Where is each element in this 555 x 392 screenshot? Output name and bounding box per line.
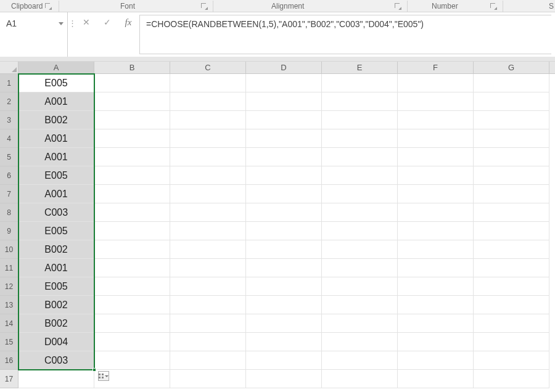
cell[interactable] <box>474 240 549 259</box>
cell[interactable] <box>246 185 322 203</box>
cell[interactable] <box>474 166 549 185</box>
row-head[interactable]: 3 <box>0 111 18 129</box>
cell[interactable] <box>94 296 170 314</box>
cell[interactable] <box>18 370 94 388</box>
cell[interactable] <box>398 185 474 203</box>
row-head[interactable]: 7 <box>0 185 18 203</box>
cell[interactable] <box>322 240 398 259</box>
cell[interactable] <box>246 166 322 185</box>
cell[interactable] <box>170 240 246 259</box>
cell[interactable] <box>246 370 322 388</box>
cell[interactable] <box>322 74 398 92</box>
cell[interactable] <box>322 203 398 222</box>
cell[interactable] <box>246 74 322 92</box>
cell[interactable]: B002 <box>18 314 94 333</box>
cell[interactable] <box>94 203 170 222</box>
cell[interactable] <box>322 129 398 148</box>
col-head-G[interactable]: G <box>474 62 549 73</box>
cell[interactable] <box>170 222 246 240</box>
cell[interactable] <box>170 166 246 185</box>
cell[interactable] <box>474 370 549 388</box>
cell[interactable] <box>322 296 398 314</box>
cell[interactable] <box>94 277 170 296</box>
col-head-E[interactable]: E <box>322 62 398 73</box>
cell[interactable] <box>246 351 322 370</box>
cell[interactable] <box>474 111 549 129</box>
cell[interactable] <box>398 240 474 259</box>
cell[interactable] <box>398 333 474 351</box>
row-head[interactable]: 16 <box>0 351 18 370</box>
cell[interactable] <box>170 74 246 92</box>
col-head-D[interactable]: D <box>246 62 322 73</box>
cell[interactable] <box>94 333 170 351</box>
cell[interactable] <box>474 351 549 370</box>
cell[interactable] <box>170 92 246 111</box>
row-head[interactable]: 9 <box>0 222 18 240</box>
row-head[interactable]: 15 <box>0 333 18 351</box>
cell[interactable] <box>246 222 322 240</box>
cell[interactable] <box>322 277 398 296</box>
cell[interactable] <box>322 148 398 166</box>
cell[interactable] <box>474 259 549 277</box>
cell[interactable] <box>322 259 398 277</box>
cell[interactable] <box>322 92 398 111</box>
cell[interactable] <box>398 351 474 370</box>
cell[interactable]: A001 <box>18 185 94 203</box>
cell[interactable] <box>246 259 322 277</box>
cell[interactable] <box>246 296 322 314</box>
dialog-launcher-icon[interactable] <box>490 3 496 9</box>
cell[interactable] <box>94 222 170 240</box>
cell[interactable] <box>322 351 398 370</box>
row-head[interactable]: 11 <box>0 259 18 277</box>
cell[interactable]: E005 <box>18 277 94 296</box>
cell[interactable] <box>94 185 170 203</box>
cell[interactable]: E005 <box>18 74 94 92</box>
col-head-B[interactable]: B <box>94 62 170 73</box>
cell[interactable] <box>474 203 549 222</box>
cell[interactable] <box>322 166 398 185</box>
row-head[interactable]: 10 <box>0 240 18 259</box>
cell[interactable] <box>246 277 322 296</box>
dropdown-icon[interactable] <box>59 22 64 25</box>
cell[interactable] <box>170 148 246 166</box>
cell[interactable] <box>398 222 474 240</box>
cell[interactable] <box>246 240 322 259</box>
cell[interactable] <box>246 203 322 222</box>
row-head[interactable]: 12 <box>0 277 18 296</box>
cell[interactable] <box>94 351 170 370</box>
fx-icon[interactable]: fx <box>123 17 133 27</box>
spreadsheet-grid[interactable]: A B C D E F G 1E0052A0013B0024A0015A0016… <box>0 62 555 388</box>
row-head[interactable]: 14 <box>0 314 18 333</box>
cell[interactable] <box>246 333 322 351</box>
cell[interactable] <box>170 203 246 222</box>
cell[interactable] <box>170 296 246 314</box>
row-head[interactable]: 1 <box>0 74 18 92</box>
cell[interactable] <box>322 185 398 203</box>
cell[interactable] <box>94 148 170 166</box>
cell[interactable] <box>170 111 246 129</box>
cell[interactable] <box>246 92 322 111</box>
row-head[interactable]: 8 <box>0 203 18 222</box>
cell[interactable] <box>322 222 398 240</box>
row-head[interactable]: 17 <box>0 370 18 388</box>
cell[interactable] <box>170 277 246 296</box>
cell[interactable] <box>322 370 398 388</box>
row-head[interactable]: 2 <box>0 92 18 111</box>
cell[interactable] <box>474 296 549 314</box>
cell[interactable] <box>94 259 170 277</box>
cell[interactable]: A001 <box>18 259 94 277</box>
cell[interactable] <box>322 333 398 351</box>
cell[interactable] <box>94 92 170 111</box>
cell[interactable] <box>398 314 474 333</box>
cell[interactable] <box>170 185 246 203</box>
cell[interactable] <box>94 111 170 129</box>
cell[interactable] <box>398 370 474 388</box>
cell[interactable] <box>398 148 474 166</box>
cell[interactable] <box>94 166 170 185</box>
cell[interactable]: B002 <box>18 240 94 259</box>
cell[interactable]: D004 <box>18 333 94 351</box>
cell[interactable] <box>322 111 398 129</box>
cell[interactable] <box>398 74 474 92</box>
dialog-launcher-font[interactable] <box>201 3 207 9</box>
selection-fill-handle[interactable] <box>92 368 96 372</box>
